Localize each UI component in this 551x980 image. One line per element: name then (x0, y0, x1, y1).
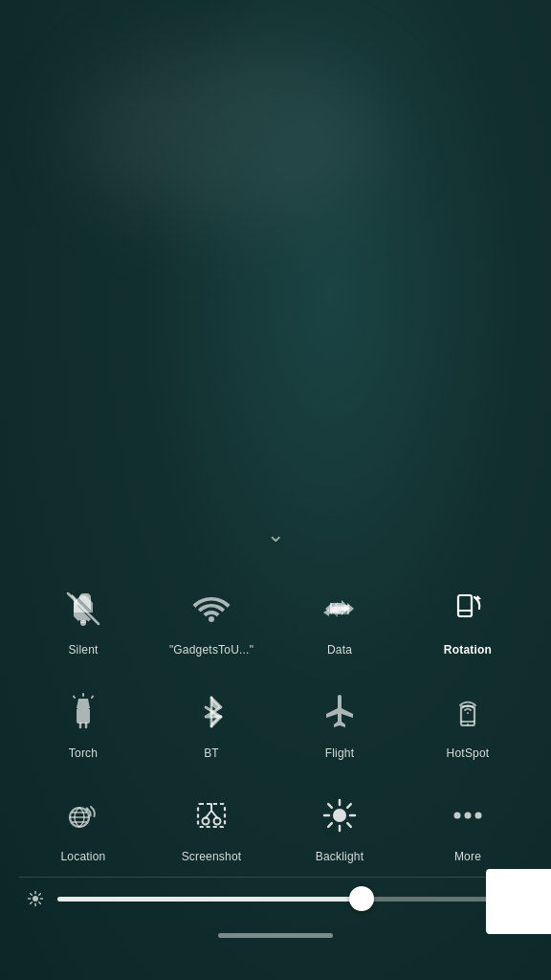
more-label: More (454, 850, 481, 863)
screenshot-label: Screenshot (182, 850, 242, 863)
hotspot-icon (443, 687, 493, 737)
location-label: Location (61, 850, 106, 863)
wifi-icon (187, 584, 236, 634)
corner-square (486, 869, 551, 934)
wifi-button[interactable]: "GadgetsToU..." (147, 567, 276, 670)
svg-point-38 (454, 813, 461, 819)
rotation-label: Rotation (444, 643, 492, 657)
svg-point-25 (214, 818, 221, 825)
backlight-icon (315, 791, 364, 840)
svg-point-41 (33, 896, 38, 902)
torch-button[interactable]: Torch (19, 670, 147, 773)
torch-icon (58, 687, 108, 737)
backlight-label: Backlight (316, 850, 364, 863)
svg-point-39 (465, 813, 472, 819)
screenshot-icon (187, 791, 236, 840)
svg-line-27 (211, 811, 217, 818)
home-bar (218, 933, 333, 938)
svg-line-36 (347, 804, 351, 808)
wifi-label: "GadgetsToU..." (169, 643, 253, 657)
brightness-min-icon (27, 890, 44, 907)
hotspot-button[interactable]: HotSpot (404, 670, 532, 773)
svg-point-40 (475, 813, 482, 819)
svg-line-34 (328, 804, 332, 808)
chevron-row: ⌄ (0, 507, 551, 567)
flight-label: Flight (325, 746, 355, 760)
bt-button[interactable]: BT (147, 670, 276, 773)
backlight-button[interactable]: Backlight (276, 773, 404, 877)
chevron-down-icon[interactable]: ⌄ (267, 524, 284, 546)
rotation-button[interactable]: Rotation (404, 567, 532, 670)
silent-icon (58, 584, 108, 634)
svg-rect-4 (458, 595, 472, 616)
rotation-icon (443, 584, 493, 634)
hotspot-label: HotSpot (447, 746, 490, 760)
svg-line-47 (39, 902, 41, 904)
flight-icon (315, 687, 364, 737)
flight-button[interactable]: Flight (276, 670, 404, 773)
svg-line-48 (39, 894, 41, 896)
svg-line-26 (206, 811, 211, 818)
silent-button[interactable]: Silent (19, 567, 147, 670)
svg-rect-1 (80, 620, 86, 623)
svg-line-49 (31, 902, 33, 904)
svg-line-37 (328, 823, 332, 827)
data-button[interactable]: Data (276, 567, 404, 670)
svg-rect-7 (77, 708, 90, 724)
silent-label: Silent (68, 643, 98, 657)
location-button[interactable]: Location (19, 773, 147, 877)
data-label: Data (327, 643, 352, 657)
svg-line-12 (92, 697, 93, 699)
data-icon (315, 584, 364, 634)
svg-point-29 (333, 809, 346, 822)
svg-point-22 (86, 808, 89, 811)
bt-label: BT (204, 746, 219, 760)
icons-grid: Silent "GadgetsToU..." (0, 567, 551, 877)
more-button[interactable]: More (404, 773, 532, 877)
svg-line-46 (31, 894, 33, 896)
screenshot-button[interactable]: Screenshot (147, 773, 276, 877)
control-center-panel: ⌄ Silent (0, 507, 551, 980)
svg-line-35 (347, 823, 351, 827)
svg-point-17 (467, 724, 469, 725)
torch-label: Torch (69, 746, 98, 760)
brightness-row (0, 878, 551, 925)
home-indicator (0, 925, 551, 942)
svg-point-24 (203, 818, 209, 825)
brightness-slider[interactable] (57, 897, 488, 902)
bluetooth-icon (187, 687, 236, 737)
more-icon (443, 791, 493, 840)
location-icon (58, 791, 108, 840)
svg-line-11 (74, 697, 75, 699)
